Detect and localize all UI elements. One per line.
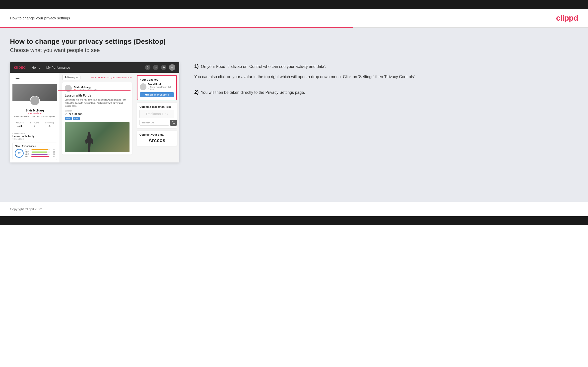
mock-coaches-title: Your Coaches [140,78,174,81]
mock-logo: clippd [14,65,26,70]
step2-num: 2) [194,89,199,95]
bar-app-label: APP [25,151,31,153]
golfer-silhouette [84,132,94,152]
mock-post-author-info: Blair McHarg 📍 Yesterday · Sunningdale [74,86,98,91]
bar-putt-fill [31,156,49,157]
top-bar [0,0,588,9]
mock-coach-name: David Ford [148,83,174,86]
bar-putt: PUTT 96 [25,156,55,157]
mock-coach-row: David Ford ☆ Royal North Devon Golf Club [140,83,174,90]
mock-connect-title: Connect your data [139,133,174,136]
mock-nav-performance: My Performance [46,66,70,69]
stat-followers-label: Followers [30,122,39,124]
mock-quality-row: 92 OTT 90 APP [15,149,55,158]
stat-activities-label: Activities [16,122,24,124]
mock-badges: OTT APP [65,117,130,120]
mock-arccos-label: Arccos [139,138,174,143]
mock-manage-coaches-button[interactable]: Manage Your Coaches [140,92,174,97]
bar-ott: OTT 90 [25,149,55,151]
mock-connect-box: Connect your data Arccos [137,131,177,146]
stat-following: Following 4 [45,122,54,128]
mock-coach-club-text: Royal North Devon Golf Club [150,86,174,90]
bar-ott-label: OTT [25,149,31,151]
mock-add-link-button[interactable]: Add Link [170,120,177,126]
person-icon: ☺ [153,65,158,70]
mock-user-name: Blair McHarg [12,109,57,112]
bar-arg-bg [31,154,50,155]
mock-latest-label: Latest Activity [12,131,57,135]
header: How to change your privacy settings clip… [0,9,588,27]
mock-latest-date: 03 Aug 2022 [12,138,57,140]
content-layout: clippd Home My Performance ⚲ ☺ ✚ ☺ Feed [10,62,578,162]
bar-ott-val: 90 [51,149,55,151]
mock-nav: clippd Home My Performance ⚲ ☺ ✚ ☺ [10,62,179,73]
instruction-step1-text: 1) On your Feed, click/tap on 'Control w… [194,62,578,70]
footer-copyright: Copyright Clippd 2022 [10,207,42,211]
plus-icon: ✚ [161,65,166,70]
bar-arg: ARG 86 [25,153,55,155]
mock-nav-home: Home [32,66,40,69]
mock-post-avatar [65,85,72,92]
mock-coach-avatar [140,83,146,90]
mock-body: Feed Blair McHarg Plus Handicap Royal No… [10,73,179,162]
bar-app-bg [31,152,50,153]
mock-stats: Activities 131 Followers 3 Following 4 [12,120,57,129]
mock-post: Blair McHarg 📍 Yesterday · Sunningdale L… [62,82,132,155]
mock-trackman-title: Upload a Trackman Test [139,105,174,108]
mock-following-row: Following ▼ Control who can see your act… [62,75,132,80]
mock-bars: OTT 90 APP [25,149,55,158]
mock-player-perf: Player Performance 92 OTT 90 [12,143,57,160]
bar-arg-fill [31,154,48,155]
bar-app-fill [31,152,47,153]
bar-ott-bg [31,149,50,150]
user-avatar-icon: ☺ [169,64,175,71]
mock-duration-label: Duration [65,110,130,112]
mock-post-author: Blair McHarg 📍 Yesterday · Sunningdale [65,85,130,92]
clippd-logo: clippd [556,13,578,23]
mock-player-perf-title: Player Performance [15,145,55,147]
following-label: Following [65,76,75,79]
chevron-down-icon: ▼ [76,76,78,79]
bar-putt-label: PUTT [25,156,31,157]
bar-app-val: 85 [51,151,55,153]
mock-latest-val: Lesson with Fordy [12,135,57,138]
mock-feed-tab: Feed [12,75,57,82]
bar-app: APP 85 [25,151,55,153]
badge-ott: OTT [65,117,72,120]
mock-feed: Following ▼ Control who can see your act… [60,73,134,162]
stat-followers-val: 3 [30,124,39,128]
mock-trackman-input-row: Add Link [139,120,174,126]
mock-user-badge: Plus Handicap [12,112,57,115]
page-heading: How to change your privacy settings (Des… [10,38,578,46]
mock-nav-icons: ⚲ ☺ ✚ ☺ [145,64,175,71]
step1-num: 1) [194,63,199,69]
instruction-step2-text: 2) You will then be taken directly to th… [194,88,578,96]
instructions-panel: 1) On your Feed, click/tap on 'Control w… [189,62,578,104]
pin-icon: ☆ [148,87,150,89]
stat-following-label: Following [45,122,54,124]
mock-control-link[interactable]: Control who can see your activity and da… [90,76,132,79]
mock-quality-score: 92 [15,149,24,158]
bar-putt-bg [31,156,50,157]
mock-sidebar: Feed Blair McHarg Plus Handicap Royal No… [10,73,60,162]
step1-text1: On your Feed, click/tap on 'Control who … [201,64,326,69]
mock-post-title: Lesson with Fordy [65,94,130,97]
mock-post-meta-text: Yesterday · Sunningdale [77,89,98,91]
mock-profile-img [12,84,57,101]
mock-trackman-input[interactable] [139,120,169,126]
stat-activities: Activities 131 [16,122,24,128]
stat-activities-val: 131 [16,124,24,128]
bar-ott-fill [31,149,48,150]
instruction-step1: 1) On your Feed, click/tap on 'Control w… [194,62,578,80]
stat-following-val: 4 [45,124,54,128]
bar-putt-val: 96 [51,156,55,157]
mock-right-panel: Your Coaches David Ford ☆ Royal North De… [134,73,179,162]
mock-trackman-box: Upload a Trackman Test Trackman Link Add… [137,103,177,128]
mock-post-desc: Looking to feel like my hands are exitin… [65,98,130,108]
location-icon: 📍 [74,89,76,91]
step2-text: You will then be taken directly to the P… [201,90,305,95]
mock-post-name: Blair McHarg [74,86,98,89]
instruction-step2: 2) You will then be taken directly to th… [194,88,578,96]
mock-user-club: Royal North Devon Golf Club, United King… [12,115,57,117]
mock-following-button[interactable]: Following ▼ [62,75,80,80]
